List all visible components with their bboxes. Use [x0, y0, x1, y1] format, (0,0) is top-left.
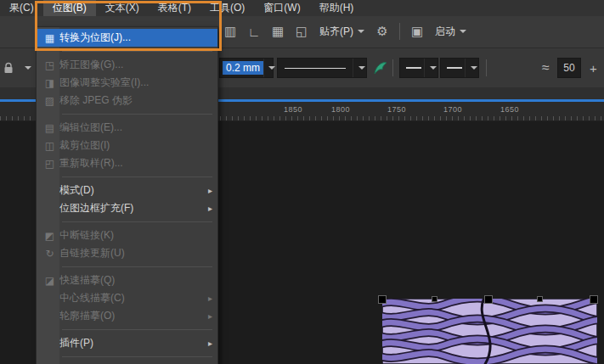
menu-item-2[interactable]: 文本(X) [96, 0, 149, 16]
menu-item-label: 矫正图像(G)... [59, 58, 204, 72]
menu-item-3[interactable]: 表格(T) [149, 0, 200, 16]
menu-item-label: 重新取样(R)... [59, 156, 204, 171]
options-gear-icon[interactable]: ⚙ [371, 20, 393, 42]
menu-separator [62, 51, 212, 52]
submenu-arrow-icon: ▸ [204, 204, 212, 213]
menu-separator [62, 266, 212, 267]
submenu-arrow-icon: ▸ [204, 311, 212, 321]
app-window: 果(C)位图(B)文本(X)表格(T)工具(O)窗口(W)帮助(H) ▥∟▦◱ … [0, 0, 604, 364]
arrowhead-preview [406, 67, 421, 69]
end-arrowhead-combo[interactable] [440, 58, 479, 78]
menu-item-label: 轮廓描摹(O) [59, 309, 204, 323]
menu-item-5[interactable]: 窗口(W) [254, 0, 309, 16]
bitmap-menu-item-9: ◩中断链接(K) [37, 227, 217, 244]
snap-to-dropdown[interactable]: 贴齐(P) [314, 20, 370, 42]
submenu-arrow-icon: ▸ [204, 339, 212, 348]
menu-item-label: 插件(P) [59, 336, 204, 350]
menu-separator [62, 356, 212, 357]
bitmap-menu-item-1: ◳矫正图像(G)... [37, 56, 217, 74]
outline-style-combo[interactable] [277, 58, 367, 78]
ruler-tick-label: 1750 [387, 105, 406, 114]
application-launcher-icon[interactable]: ▣ [406, 20, 428, 42]
menu-item-label: 位图边框扩充(F) [59, 201, 204, 216]
bitmap-menu-item-8[interactable]: 位图边框扩充(F)▸ [37, 199, 217, 217]
menu-separator [62, 329, 212, 330]
caret-down-icon[interactable] [353, 59, 366, 77]
bitmap-menu-item-5: ◫裁剪位图(I) [37, 137, 217, 154]
start-arrowhead-combo[interactable] [399, 58, 438, 78]
propbar-separator [392, 59, 393, 76]
bitmap-menu-item-13: 轮廓描摹(O)▸ [37, 307, 217, 325]
quick-trace-icon: ◪ [40, 275, 59, 287]
roughness-value-field[interactable]: 50 [557, 58, 581, 78]
caret-down-icon [25, 66, 31, 70]
menu-item-label: 编辑位图(E)... [59, 120, 204, 135]
bitmap-menu-item-4: ▤编辑位图(E)... [37, 119, 217, 137]
toolbar-separator [399, 23, 400, 40]
selection-handle[interactable] [484, 295, 493, 304]
bitmap-menu-item-3: ▨移除 JPEG 伪影 [37, 92, 217, 109]
outline-width-value: 0.2 mm [223, 61, 263, 75]
menu-item-label: 移除 JPEG 伪影 [59, 93, 204, 108]
bitmap-menu-item-2: ◨图像调整实验室(I)... [37, 74, 217, 92]
snap-target-icon[interactable]: ◱ [291, 20, 313, 42]
crosshair-icon[interactable]: + [590, 58, 597, 78]
resample-icon: ◰ [40, 158, 59, 170]
caret-down-icon[interactable] [263, 59, 275, 77]
menu-item-label: 快速描摹(Q) [59, 273, 204, 288]
media-preview-icon[interactable]: ▥ [219, 20, 241, 42]
propbar-separator [486, 59, 487, 76]
selection-handle[interactable] [590, 295, 598, 304]
bitmap-menu-item-7[interactable]: 模式(D)▸ [37, 182, 217, 199]
caret-down-icon[interactable] [465, 59, 478, 77]
menu-item-1[interactable]: 位图(B) [43, 0, 96, 16]
selection-handle[interactable] [537, 296, 543, 302]
toolbar-icons: ▥∟▦◱ [219, 20, 313, 42]
bitmap-menu: ▦转换为位图(J)...◳矫正图像(G)...◨图像调整实验室(I)...▨移除… [36, 26, 218, 364]
bitmap-menu-item-11: ◪快速描摹(Q) [37, 272, 217, 289]
ruler-tick-label: 1800 [331, 105, 350, 114]
menu-bar: 果(C)位图(B)文本(X)表格(T)工具(O)窗口(W)帮助(H) [0, 0, 604, 16]
menu-item-6[interactable]: 帮助(H) [310, 0, 364, 16]
menu-item-label: 图像调整实验室(I)... [59, 76, 204, 90]
outline-width-field[interactable]: 0.2 mm [219, 58, 274, 78]
bitmap-menu-item-0[interactable]: ▦转换为位图(J)... [37, 29, 217, 47]
snap-to-label: 贴齐(P) [319, 25, 353, 39]
update-link-icon: ↻ [40, 248, 59, 260]
grid-icon[interactable]: ▦ [267, 20, 289, 42]
bitmap-menu-item-10: ↻自链接更新(U) [37, 244, 217, 262]
ruler-tick-label: 1700 [443, 105, 462, 114]
wavy-distortion-icon[interactable]: ≈ [542, 58, 550, 78]
roughness-value: 50 [563, 62, 574, 74]
menu-separator [62, 176, 212, 177]
launch-dropdown[interactable]: 启动 [430, 20, 471, 42]
arrowhead-preview [447, 67, 462, 69]
menu-separator [62, 221, 212, 222]
selected-artwork[interactable] [382, 299, 597, 364]
menu-item-label: 裁剪位图(I) [59, 138, 204, 153]
outline-style-preview [285, 68, 346, 69]
menu-separator [62, 114, 212, 115]
menu-item-4[interactable]: 工具(O) [200, 0, 254, 16]
caret-down-icon [358, 30, 364, 33]
remove-jpeg-artifacts-icon: ▨ [40, 95, 59, 107]
edit-bitmap-icon: ▤ [40, 122, 59, 134]
selection-handle[interactable] [432, 296, 437, 302]
break-link-icon: ◩ [40, 230, 59, 242]
image-adjustment-lab-icon: ◨ [40, 77, 59, 89]
lock-icon[interactable] [3, 58, 14, 78]
convert-to-bitmap-icon: ▦ [40, 32, 59, 44]
straighten-image-icon: ◳ [40, 59, 59, 71]
menu-item-0[interactable]: 果(C) [0, 0, 43, 16]
caret-down-icon[interactable] [424, 59, 437, 77]
submenu-arrow-icon: ▸ [204, 186, 212, 195]
launch-label: 启动 [435, 25, 455, 39]
brush-swoosh-icon[interactable] [372, 58, 389, 78]
menu-item-label: 中心线描摹(C) [59, 291, 204, 305]
bitmap-menu-item-6: ◰重新取样(R)... [37, 154, 217, 172]
menu-item-label: 自链接更新(U) [59, 246, 204, 260]
ruler-icon[interactable]: ∟ [243, 20, 265, 42]
property-combo-caret[interactable] [20, 58, 31, 78]
selection-handle[interactable] [378, 295, 387, 304]
bitmap-menu-item-14[interactable]: 插件(P)▸ [37, 334, 217, 352]
